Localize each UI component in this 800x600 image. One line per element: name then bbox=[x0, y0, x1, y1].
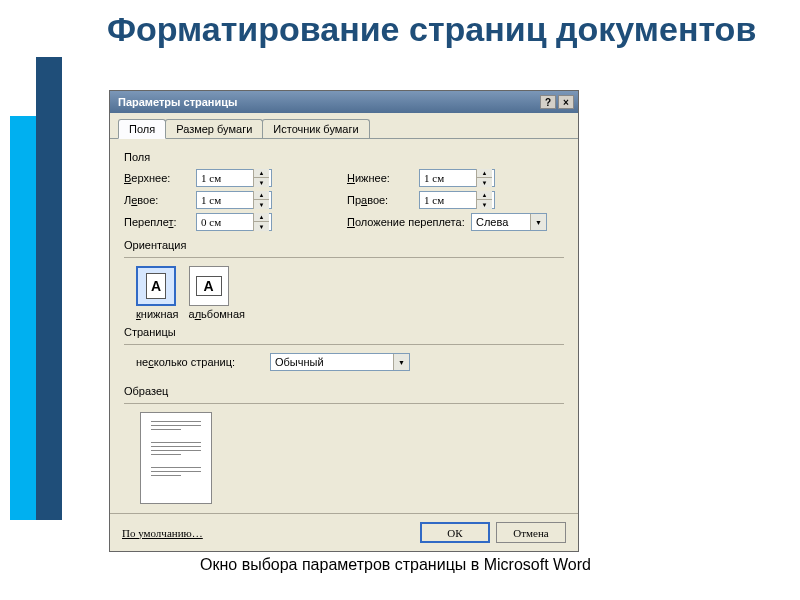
orientation-landscape[interactable]: A альбомная bbox=[189, 266, 245, 320]
bottom-margin-spinner[interactable]: ▲▼ bbox=[419, 169, 495, 187]
preview-section-label: Образец bbox=[124, 385, 564, 397]
margins-section-label: Поля bbox=[124, 151, 564, 163]
slide-caption: Окно выбора параметров страницы в Micros… bbox=[200, 556, 591, 574]
spin-down-icon[interactable]: ▼ bbox=[253, 222, 269, 231]
spin-up-icon[interactable]: ▲ bbox=[476, 191, 492, 200]
gutter-input[interactable] bbox=[197, 216, 253, 228]
spin-up-icon[interactable]: ▲ bbox=[253, 169, 269, 178]
portrait-label: книжная bbox=[136, 308, 179, 320]
page-setup-dialog: Параметры страницы ? × Поля Размер бумаг… bbox=[109, 90, 579, 552]
gutter-pos-dropdown[interactable]: Слева ▼ bbox=[471, 213, 547, 231]
multi-pages-value: Обычный bbox=[271, 356, 393, 368]
orientation-section-label: Ориентация bbox=[124, 239, 564, 251]
left-margin-label: Левое: bbox=[124, 194, 192, 206]
multi-pages-dropdown[interactable]: Обычный ▼ bbox=[270, 353, 410, 371]
multi-pages-label: несколько страниц: bbox=[136, 356, 264, 368]
tab-paper-source[interactable]: Источник бумаги bbox=[262, 119, 369, 138]
tab-margins[interactable]: Поля bbox=[118, 119, 166, 139]
gutter-spinner[interactable]: ▲▼ bbox=[196, 213, 272, 231]
gutter-label: Переплет: bbox=[124, 216, 192, 228]
top-margin-label: Верхнее: bbox=[124, 172, 192, 184]
ok-button[interactable]: ОК bbox=[420, 522, 490, 543]
preview-icon bbox=[140, 412, 212, 504]
right-margin-spinner[interactable]: ▲▼ bbox=[419, 191, 495, 209]
spin-up-icon[interactable]: ▲ bbox=[476, 169, 492, 178]
help-button[interactable]: ? bbox=[540, 95, 556, 109]
default-button[interactable]: По умолчанию… bbox=[122, 527, 203, 539]
top-margin-spinner[interactable]: ▲▼ bbox=[196, 169, 272, 187]
slide-title: Форматирование страниц документов bbox=[107, 10, 756, 49]
right-margin-label: Правое: bbox=[347, 194, 415, 206]
left-margin-spinner[interactable]: ▲▼ bbox=[196, 191, 272, 209]
accent-bar-light bbox=[10, 116, 36, 520]
tab-paper-size[interactable]: Размер бумаги bbox=[165, 119, 263, 138]
landscape-label: альбомная bbox=[189, 308, 245, 320]
spin-down-icon[interactable]: ▼ bbox=[476, 178, 492, 187]
spin-up-icon[interactable]: ▲ bbox=[253, 191, 269, 200]
chevron-down-icon[interactable]: ▼ bbox=[530, 214, 546, 230]
dialog-titlebar[interactable]: Параметры страницы ? × bbox=[110, 91, 578, 113]
spin-down-icon[interactable]: ▼ bbox=[476, 200, 492, 209]
accent-bar-dark bbox=[36, 57, 62, 520]
spin-down-icon[interactable]: ▼ bbox=[253, 178, 269, 187]
spin-up-icon[interactable]: ▲ bbox=[253, 213, 269, 222]
dialog-button-bar: По умолчанию… ОК Отмена bbox=[110, 513, 578, 551]
close-button[interactable]: × bbox=[558, 95, 574, 109]
right-margin-input[interactable] bbox=[420, 194, 476, 206]
gutter-pos-value: Слева bbox=[472, 216, 530, 228]
top-margin-input[interactable] bbox=[197, 172, 253, 184]
gutter-pos-label: Положение переплета: bbox=[347, 216, 467, 228]
bottom-margin-label: Нижнее: bbox=[347, 172, 415, 184]
pages-section-label: Страницы bbox=[124, 326, 564, 338]
dialog-content: Поля Верхнее: ▲▼ Нижнее: ▲▼ Левое: bbox=[110, 139, 578, 544]
landscape-icon: A bbox=[189, 266, 229, 306]
cancel-button[interactable]: Отмена bbox=[496, 522, 566, 543]
spin-down-icon[interactable]: ▼ bbox=[253, 200, 269, 209]
divider bbox=[124, 257, 564, 258]
left-margin-input[interactable] bbox=[197, 194, 253, 206]
divider bbox=[124, 344, 564, 345]
tab-strip: Поля Размер бумаги Источник бумаги bbox=[110, 113, 578, 139]
chevron-down-icon[interactable]: ▼ bbox=[393, 354, 409, 370]
dialog-title: Параметры страницы bbox=[118, 96, 237, 108]
portrait-icon: A bbox=[136, 266, 176, 306]
bottom-margin-input[interactable] bbox=[420, 172, 476, 184]
orientation-portrait[interactable]: A книжная bbox=[136, 266, 179, 320]
divider bbox=[124, 403, 564, 404]
